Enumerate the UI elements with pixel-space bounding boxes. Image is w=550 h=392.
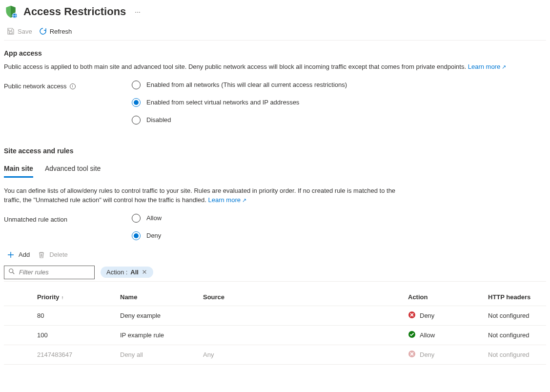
refresh-icon [39, 27, 47, 35]
allow-icon [408, 330, 416, 340]
radio-label: Allow [146, 214, 162, 222]
search-icon [8, 268, 15, 276]
save-icon [7, 27, 15, 35]
save-label: Save [18, 28, 32, 35]
site-access-description: You can define lists of allow/deny rules… [4, 186, 409, 205]
cell-action: Deny [404, 306, 484, 325]
col-http-headers[interactable]: HTTP headers [484, 289, 546, 306]
cell-action: Deny [404, 345, 484, 364]
table-row[interactable]: 80Deny exampleDenyNot configured [4, 306, 546, 325]
rules-command-bar: Add Delete [4, 240, 546, 264]
refresh-button[interactable]: Refresh [39, 27, 72, 35]
sort-asc-icon: ↑ [61, 295, 64, 300]
table-row[interactable]: 100IP example ruleAllowNot configured [4, 325, 546, 345]
public-network-access-label: Public network access i [4, 81, 132, 124]
site-access-heading: Site access and rules [4, 147, 546, 155]
col-action[interactable]: Action [404, 289, 484, 306]
col-source[interactable]: Source [199, 289, 404, 306]
tab-advanced-tool-site[interactable]: Advanced tool site [45, 162, 101, 177]
col-priority[interactable]: Priority↑ [33, 289, 116, 306]
radio-icon [132, 81, 141, 89]
page-title: Access Restrictions [23, 5, 126, 18]
radio-label: Deny [146, 232, 161, 239]
refresh-label: Refresh [50, 28, 72, 35]
radio-enabled-all-networks[interactable]: Enabled from all networks (This will cle… [132, 81, 347, 89]
cell-http-headers: Not configured [484, 306, 546, 325]
table-header-row: Priority↑ Name Source Action HTTP header… [4, 289, 546, 306]
filter-bar: Action : All [4, 264, 546, 282]
radio-unmatched-deny[interactable]: Deny [132, 231, 162, 240]
pill-prefix: Action : [106, 268, 127, 276]
radio-icon [132, 116, 141, 124]
cell-name: IP example rule [116, 325, 199, 345]
cell-name: Deny all [116, 345, 199, 364]
pill-value: All [130, 268, 139, 276]
close-icon[interactable] [142, 269, 148, 276]
radio-unmatched-allow[interactable]: Allow [132, 214, 162, 223]
radio-icon [132, 231, 141, 240]
add-rule-button[interactable]: Add [7, 251, 30, 259]
cell-source [199, 325, 404, 345]
cell-priority: 2147483647 [33, 345, 116, 364]
filter-rules-input[interactable] [19, 268, 90, 276]
plus-icon [7, 251, 15, 259]
filter-rules-search[interactable] [4, 266, 95, 279]
site-access-learn-more-link[interactable]: Learn more↗ [208, 196, 246, 204]
rules-table: Priority↑ Name Source Action HTTP header… [4, 289, 546, 365]
add-label: Add [19, 251, 30, 258]
svg-point-4 [9, 269, 13, 273]
svg-line-5 [13, 272, 15, 274]
app-access-description: Public access is applied to both main si… [4, 62, 546, 72]
app-access-heading: App access [4, 49, 546, 57]
site-tabs: Main site Advanced tool site [4, 162, 546, 177]
filter-pill-action[interactable]: Action : All [101, 267, 153, 278]
trash-icon [38, 251, 45, 259]
cell-http-headers: Not configured [484, 345, 546, 364]
delete-label: Delete [49, 251, 68, 258]
cell-action: Allow [404, 325, 484, 345]
public-network-access-radio-group: Enabled from all networks (This will cle… [132, 81, 347, 124]
cell-priority: 100 [33, 325, 116, 345]
tab-main-site[interactable]: Main site [4, 162, 33, 178]
external-link-icon: ↗ [502, 64, 506, 70]
command-bar: Save Refresh [4, 24, 546, 41]
radio-label: Disabled [146, 116, 171, 124]
app-access-learn-more-link[interactable]: Learn more↗ [468, 63, 506, 70]
cell-source: Any [199, 345, 404, 364]
unmatched-rule-action-label: Unmatched rule action [4, 214, 132, 240]
unmatched-rule-action-radio-group: Allow Deny [132, 214, 162, 240]
deny-icon [408, 311, 416, 320]
more-menu-button[interactable]: ··· [135, 8, 141, 16]
external-link-icon: ↗ [242, 197, 246, 203]
cell-source [199, 306, 404, 325]
save-button[interactable]: Save [7, 27, 32, 35]
radio-icon [132, 214, 141, 223]
radio-icon [132, 98, 141, 107]
radio-label: Enabled from select virtual networks and… [146, 99, 299, 106]
radio-label: Enabled from all networks (This will cle… [146, 81, 347, 88]
cell-priority: 80 [33, 306, 116, 325]
cell-http-headers: Not configured [484, 325, 546, 345]
info-icon[interactable]: i [70, 83, 76, 89]
cell-name: Deny example [116, 306, 199, 325]
radio-enabled-select-networks[interactable]: Enabled from select virtual networks and… [132, 98, 347, 107]
deny-icon [408, 350, 416, 359]
shield-icon [4, 5, 18, 19]
radio-disabled[interactable]: Disabled [132, 116, 347, 124]
table-row[interactable]: 2147483647Deny allAnyDenyNot configured [4, 345, 546, 364]
delete-rule-button[interactable]: Delete [38, 251, 68, 259]
col-name[interactable]: Name [116, 289, 199, 306]
